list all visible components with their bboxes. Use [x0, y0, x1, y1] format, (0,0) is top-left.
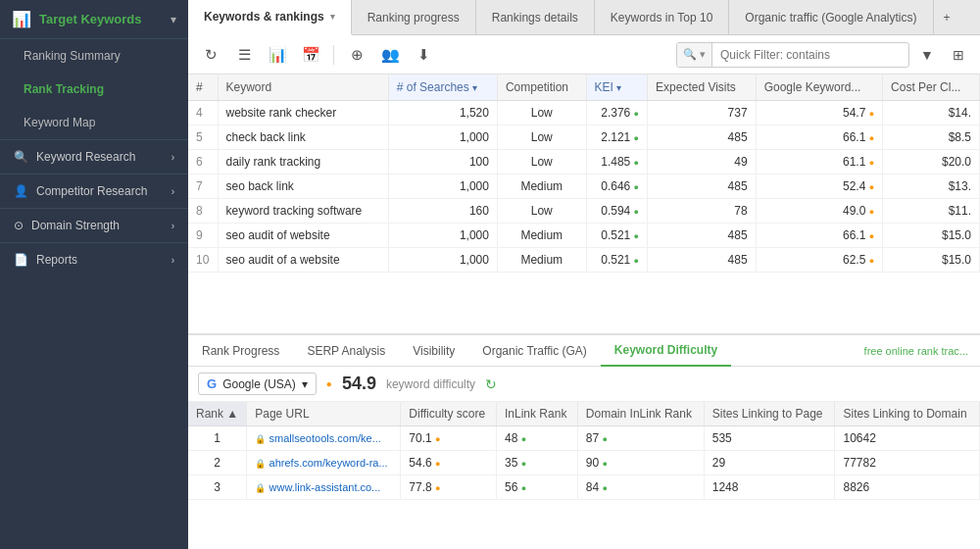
col-cost-per-click[interactable]: Cost Per Cl...	[883, 75, 980, 101]
bottom-col-sites-page[interactable]: Sites Linking to Page	[704, 402, 835, 426]
bottom-cell-rank: 2	[188, 451, 247, 475]
cell-searches: 100	[388, 150, 497, 175]
bottom-cell-sites-page: 1248	[704, 475, 835, 500]
grid-view-button[interactable]: ⊞	[945, 41, 972, 69]
cell-searches: 1,000	[388, 224, 497, 248]
col-kei[interactable]: KEI ▾	[586, 75, 647, 101]
export-button[interactable]: ⬇	[409, 41, 438, 69]
bottom-cell-url[interactable]: 🔒 smallseotools.com/ke...	[247, 426, 401, 451]
sidebar-item-reports[interactable]: 📄 Reports ›	[0, 242, 188, 276]
tab-ranking-progress[interactable]: Ranking progress	[352, 0, 476, 35]
table-row[interactable]: 7 seo back link 1,000 Medium 0.646 ● 485…	[188, 175, 980, 199]
bottom-cell-domain-inlink: 90 ●	[577, 451, 704, 475]
bottom-cell-sites-domain: 10642	[835, 426, 980, 451]
search-box: 🔍 ▾	[676, 42, 909, 68]
difficulty-label-text: keyword difficulty	[386, 377, 475, 391]
tab-keywords-rankings-arrow: ▾	[330, 12, 335, 22]
table-row[interactable]: 10 seo audit of a website 1,000 Medium 0…	[188, 248, 980, 273]
bottom-col-rank[interactable]: Rank ▲	[188, 402, 247, 426]
col-competition[interactable]: Competition	[497, 75, 586, 101]
cell-google: 66.1 ●	[756, 224, 882, 248]
bottom-tab-organic-traffic-ga[interactable]: Organic Traffic (GA)	[468, 335, 600, 367]
bottom-table-row[interactable]: 2 🔒 ahrefs.com/keyword-ra... 54.6 ● 35 ●…	[188, 451, 980, 475]
bottom-tab-rank-progress[interactable]: Rank Progress	[188, 335, 293, 367]
sidebar-item-competitor-research[interactable]: 👤 Competitor Research ›	[0, 174, 188, 208]
col-expected-visits[interactable]: Expected Visits	[648, 75, 757, 101]
cell-competition: Medium	[497, 175, 586, 199]
table-row[interactable]: 9 seo audit of website 1,000 Medium 0.52…	[188, 224, 980, 248]
keyword-research-label: Keyword Research	[36, 150, 135, 164]
sidebar-item-ranking-summary[interactable]: Ranking Summary	[0, 39, 188, 73]
table-row[interactable]: 5 check back link 1,000 Low 2.121 ● 485 …	[188, 125, 980, 150]
cell-google: 62.5 ●	[756, 248, 882, 273]
free-rank-tracker-link[interactable]: free online rank trac...	[864, 345, 980, 357]
chart-view-button[interactable]: 📊	[263, 41, 292, 69]
table-row[interactable]: 6 daily rank tracking 100 Low 1.485 ● 49…	[188, 150, 980, 175]
cell-num: 9	[188, 224, 218, 248]
bottom-cell-url[interactable]: 🔒 ahrefs.com/keyword-ra...	[247, 451, 401, 475]
tab-organic-traffic[interactable]: Organic traffic (Google Analytics)	[729, 0, 933, 35]
tab-rankings-details[interactable]: Rankings details	[476, 0, 595, 35]
sidebar-item-rank-tracking[interactable]: Rank Tracking	[0, 73, 188, 106]
table-row[interactable]: 8 keyword tracking software 160 Low 0.59…	[188, 199, 980, 224]
bottom-table-row[interactable]: 3 🔒 www.link-assistant.co... 77.8 ● 56 ●…	[188, 475, 980, 500]
refresh-button[interactable]: ↻	[196, 41, 225, 69]
sidebar-header[interactable]: 📊 Target Keywords ▾	[0, 0, 188, 39]
reports-arrow: ›	[172, 255, 174, 266]
competitor-research-label: Competitor Research	[36, 184, 147, 198]
google-icon: G	[207, 376, 217, 391]
cell-expected: 49	[648, 150, 757, 175]
bottom-col-domain-inlink[interactable]: Domain InLink Rank	[577, 402, 704, 426]
filter-button[interactable]: ▼	[913, 41, 941, 69]
bottom-col-url[interactable]: Page URL	[247, 402, 401, 426]
col-num[interactable]: #	[188, 75, 218, 101]
cell-num: 7	[188, 175, 218, 199]
sidebar-item-keyword-map[interactable]: Keyword Map	[0, 106, 188, 139]
difficulty-refresh-button[interactable]: ↻	[485, 376, 497, 392]
bottom-col-inlink[interactable]: InLink Rank	[497, 402, 578, 426]
cell-kei: 0.521 ●	[586, 224, 647, 248]
keyword-map-label: Keyword Map	[24, 116, 95, 129]
tab-keywords-rankings[interactable]: Keywords & rankings ▾	[188, 0, 352, 35]
reports-label: Reports	[36, 253, 77, 267]
bottom-cell-domain-inlink: 87 ●	[577, 426, 704, 451]
rank-progress-label: Rank Progress	[202, 344, 279, 358]
bottom-col-sites-domain[interactable]: Sites Linking to Domain	[835, 402, 980, 426]
bottom-tab-keyword-difficulty[interactable]: Keyword Difficulty	[601, 335, 731, 367]
keyword-difficulty-label: Keyword Difficulty	[614, 343, 717, 357]
col-searches[interactable]: # of Searches ▾	[388, 75, 497, 101]
bottom-tab-serp-analysis[interactable]: SERP Analysis	[293, 335, 399, 367]
cell-searches: 1,000	[388, 125, 497, 150]
tab-keywords-top10[interactable]: Keywords in Top 10	[595, 0, 730, 35]
bottom-col-difficulty[interactable]: Difficulty score	[401, 402, 497, 426]
toolbar-separator-1	[333, 45, 334, 65]
quick-filter-input[interactable]	[712, 48, 908, 62]
col-google-keyword[interactable]: Google Keyword...	[756, 75, 882, 101]
calendar-button[interactable]: 📅	[296, 41, 325, 69]
table-row[interactable]: 4 website rank checker 1,520 Low 2.376 ●…	[188, 101, 980, 125]
bottom-cell-url[interactable]: 🔒 www.link-assistant.co...	[247, 475, 401, 500]
sidebar-header-chevron: ▾	[171, 13, 176, 26]
bottom-tab-visibility[interactable]: Visibility	[399, 335, 468, 367]
main-table-area: # Keyword # of Searches ▾ Competition KE…	[188, 75, 980, 333]
cell-keyword: seo audit of a website	[218, 248, 388, 273]
tab-add-button[interactable]: +	[934, 0, 960, 35]
search-dropdown[interactable]: 🔍 ▾	[677, 43, 712, 67]
list-view-button[interactable]: ☰	[229, 41, 259, 69]
sidebar-item-keyword-research[interactable]: 🔍 Keyword Research ›	[0, 139, 188, 174]
users-button[interactable]: 👥	[375, 41, 405, 69]
add-button[interactable]: ⊕	[342, 41, 371, 69]
sidebar-item-domain-strength[interactable]: ⊙ Domain Strength ›	[0, 208, 188, 242]
cell-google: 66.1 ●	[756, 125, 882, 150]
col-keyword[interactable]: Keyword	[218, 75, 388, 101]
bottom-table-row[interactable]: 1 🔒 smallseotools.com/ke... 70.1 ● 48 ● …	[188, 426, 980, 451]
competitor-research-icon: 👤	[14, 184, 28, 198]
cell-expected: 485	[648, 248, 757, 273]
toolbar: ↻ ☰ 📊 📅 ⊕ 👥 ⬇ 🔍 ▾ ▼ ⊞	[188, 35, 980, 75]
engine-selector[interactable]: G Google (USA) ▾	[198, 373, 317, 395]
cell-kei: 2.376 ●	[586, 101, 647, 125]
cell-kei: 1.485 ●	[586, 150, 647, 175]
cell-keyword: website rank checker	[218, 101, 388, 125]
ranking-summary-label: Ranking Summary	[24, 49, 121, 63]
cell-google: 61.1 ●	[756, 150, 882, 175]
